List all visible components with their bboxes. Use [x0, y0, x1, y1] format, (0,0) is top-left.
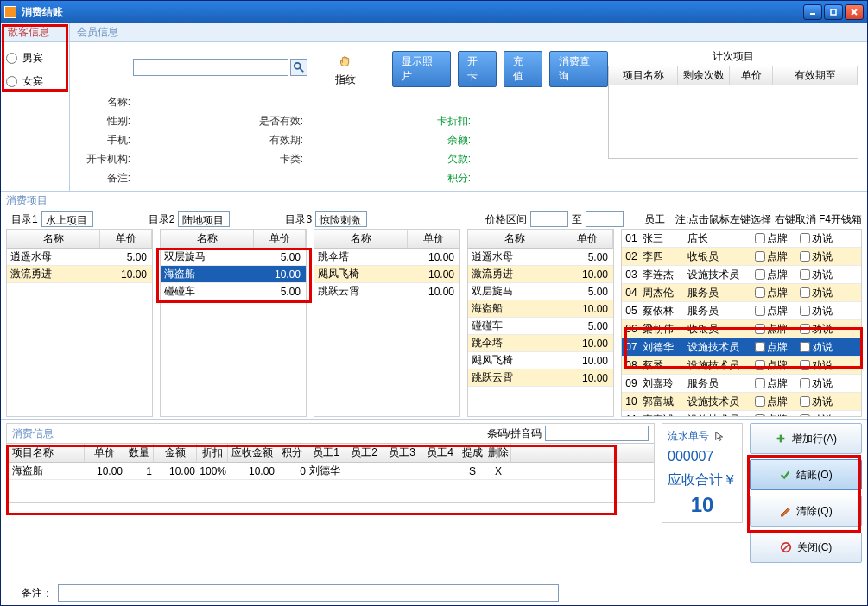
employee-row[interactable]: 02李四收银员点牌劝说 — [622, 248, 861, 266]
fingerprint-icon — [336, 52, 355, 71]
quanshuo-checkbox[interactable] — [800, 233, 810, 243]
employee-row[interactable]: 10郭富城设施技术员点牌劝说 — [622, 393, 861, 411]
radio-female[interactable]: 女宾 — [6, 74, 64, 89]
search-card-button[interactable] — [290, 59, 307, 76]
dianpai-checkbox[interactable] — [755, 396, 765, 407]
guest-panel-title: 散客信息 — [1, 23, 69, 42]
show-photo-button[interactable]: 显示照片 — [392, 51, 451, 87]
list-item[interactable]: 双层旋马5.00 — [468, 283, 613, 300]
dianpai-checkbox[interactable] — [755, 342, 765, 352]
finger-label: 指纹 — [335, 73, 356, 87]
svg-point-4 — [295, 63, 301, 69]
list-item[interactable]: 飓风飞椅10.00 — [314, 266, 459, 283]
price-from-input[interactable] — [530, 211, 568, 227]
item-list-3[interactable]: 名称单价 跳伞塔10.00飓风飞椅10.00跳跃云霄10.00 — [314, 229, 460, 417]
app-icon — [4, 6, 16, 18]
dianpai-checkbox[interactable] — [755, 324, 765, 334]
clear-button[interactable]: 清除(Q) — [750, 496, 862, 527]
employee-row[interactable]: 06梁朝伟收银员点牌劝说 — [622, 320, 861, 338]
quanshuo-checkbox[interactable] — [800, 251, 810, 262]
employee-row[interactable]: 07刘德华设施技术员点牌劝说 — [622, 338, 861, 357]
search-icon — [293, 61, 305, 73]
price-to-input[interactable] — [586, 211, 624, 227]
employee-row[interactable]: 08蔡琴设施技术员点牌劝说 — [622, 357, 861, 375]
maximize-button[interactable] — [824, 4, 843, 20]
window-title: 消费结账 — [22, 5, 63, 20]
consume-query-button[interactable]: 消费查询 — [549, 51, 608, 87]
dianpai-checkbox[interactable] — [755, 360, 765, 370]
item-list-1[interactable]: 名称单价 逍遥水母5.00激流勇进10.00 — [6, 229, 153, 417]
svg-line-9 — [782, 545, 789, 551]
employee-row[interactable]: 04周杰伦服务员点牌劝说 — [622, 284, 861, 302]
quanshuo-checkbox[interactable] — [800, 269, 810, 280]
cursor-icon — [714, 431, 726, 443]
list-item[interactable]: 逍遥水母5.00 — [7, 249, 152, 266]
forbidden-icon — [780, 541, 792, 553]
remark-label: 备注： — [22, 586, 53, 601]
cat3-input[interactable]: 惊险刺激 — [315, 211, 367, 227]
cat1-input[interactable]: 水上项目 — [41, 211, 93, 227]
dianpai-checkbox[interactable] — [755, 414, 765, 417]
svg-line-5 — [300, 68, 303, 72]
employee-row[interactable]: 09刘嘉玲服务员点牌劝说 — [622, 375, 861, 393]
dianpai-checkbox[interactable] — [755, 287, 765, 298]
employee-row[interactable]: 03李连杰设施技术员点牌劝说 — [622, 266, 861, 284]
cardno-input[interactable] — [133, 59, 288, 76]
dianpai-checkbox[interactable] — [755, 233, 765, 243]
dianpai-checkbox[interactable] — [755, 306, 765, 316]
cardno-label: 卡号: — [79, 60, 126, 75]
quanshuo-checkbox[interactable] — [800, 324, 810, 334]
quanshuo-checkbox[interactable] — [800, 306, 810, 316]
add-row-button[interactable]: 增加行(A) — [750, 423, 862, 454]
quanshuo-checkbox[interactable] — [800, 396, 810, 407]
list-item[interactable]: 跳伞塔10.00 — [468, 335, 613, 352]
list-item[interactable]: 跳跃云霄10.00 — [468, 369, 613, 387]
list-item[interactable]: 跳跃云霄10.00 — [314, 283, 459, 300]
quanshuo-checkbox[interactable] — [800, 360, 810, 370]
consume-info-title: 消费信息 — [12, 426, 54, 441]
item-list-2[interactable]: 名称单价 双层旋马5.00海盗船10.00碰碰车5.00 — [160, 229, 307, 417]
employee-row[interactable]: 05蔡依林服务员点牌劝说 — [622, 302, 861, 320]
cat2-input[interactable]: 陆地项目 — [178, 211, 230, 227]
quanshuo-checkbox[interactable] — [800, 287, 810, 298]
list-item[interactable]: 激流勇进10.00 — [7, 266, 152, 283]
close-button[interactable] — [845, 4, 864, 20]
count-table: 项目名称 剩余次数 单价 有效期至 — [608, 66, 858, 159]
quanshuo-checkbox[interactable] — [800, 414, 810, 417]
employee-row[interactable]: 01张三店长点牌劝说 — [622, 230, 861, 248]
dianpai-checkbox[interactable] — [755, 378, 765, 388]
list-item[interactable]: 碰碰车5.00 — [468, 318, 613, 335]
close-panel-button[interactable]: 关闭(C) — [750, 532, 862, 563]
serial-value: 000007 — [668, 449, 737, 464]
titlebar: 消费结账 — [1, 1, 867, 23]
pencil-icon — [779, 505, 791, 517]
list-item[interactable]: 飓风飞椅10.00 — [468, 352, 613, 369]
checkout-button[interactable]: 结账(O) — [750, 459, 862, 490]
consume-row[interactable]: 海盗船10.00110.00100%10.000刘德华SX — [7, 463, 654, 480]
open-card-button[interactable]: 开卡 — [458, 51, 497, 87]
dianpai-checkbox[interactable] — [755, 251, 765, 262]
list-item[interactable]: 海盗船10.00 — [468, 300, 613, 318]
radio-male[interactable]: 男宾 — [6, 51, 64, 66]
barcode-input[interactable] — [545, 426, 649, 441]
employee-list[interactable]: 01张三店长点牌劝说02李四收银员点牌劝说03李连杰设施技术员点牌劝说04周杰伦… — [621, 229, 862, 417]
check-icon — [779, 469, 791, 481]
employee-row[interactable]: 11李嘉诚设施技术员点牌劝说 — [622, 411, 861, 417]
dianpai-checkbox[interactable] — [755, 269, 765, 280]
summary-panel: 流水单号 000007 应收合计￥ 10 — [662, 423, 743, 523]
list-item[interactable]: 海盗船10.00 — [161, 266, 306, 283]
minimize-button[interactable] — [803, 4, 822, 20]
total-value: 10 — [668, 493, 737, 517]
quanshuo-checkbox[interactable] — [800, 378, 810, 388]
list-item[interactable]: 逍遥水母5.00 — [468, 249, 613, 266]
list-item[interactable]: 碰碰车5.00 — [161, 283, 306, 300]
svg-rect-1 — [831, 9, 836, 15]
list-item[interactable]: 跳伞塔10.00 — [314, 249, 459, 266]
quanshuo-checkbox[interactable] — [800, 342, 810, 352]
list-item[interactable]: 激流勇进10.00 — [468, 266, 613, 283]
count-title: 计次项目 — [608, 47, 858, 66]
recharge-button[interactable]: 充值 — [504, 51, 542, 87]
list-item[interactable]: 双层旋马5.00 — [161, 249, 306, 266]
item-list-all[interactable]: 名称单价 逍遥水母5.00激流勇进10.00双层旋马5.00海盗船10.00碰碰… — [467, 229, 614, 417]
remark-input[interactable] — [58, 584, 559, 602]
